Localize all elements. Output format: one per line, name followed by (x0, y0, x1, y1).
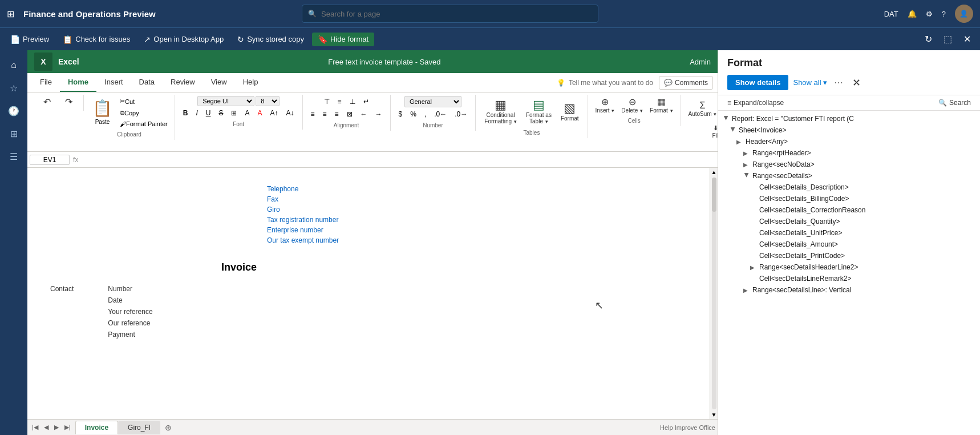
scroll-thumb[interactable] (712, 178, 716, 212)
scroll-down-button[interactable]: ▼ (710, 410, 718, 419)
expand-collapse-button[interactable]: ≡ Expand/collapse (727, 99, 784, 107)
tree-range-detailsline[interactable]: ▶ Range<secDetailsLine>: Vertical (718, 284, 980, 296)
cell-reference-input[interactable] (30, 155, 70, 165)
tab-file[interactable]: File (32, 73, 60, 92)
tree-cell-correctionreason[interactable]: Cell<secDetails_CorrectionReason (718, 204, 980, 216)
tree-range-secdetails[interactable]: ▶ Range<secDetails> (718, 170, 980, 182)
sidebar-recent-icon[interactable]: 🕐 (3, 100, 24, 121)
preview-button[interactable]: 📄 Preview (5, 33, 55, 46)
tree-cell-quantity[interactable]: Cell<secDetails_Quantity> (718, 216, 980, 227)
align-center-button[interactable]: ≡ (319, 108, 330, 120)
increase-decimal-button[interactable]: .0→ (451, 108, 471, 120)
currency-button[interactable]: $ (395, 108, 406, 120)
bell-icon[interactable]: 🔔 (908, 10, 917, 18)
insert-cells-button[interactable]: ⊕ Insert ▾ (593, 96, 618, 115)
comma-button[interactable]: , (421, 108, 430, 120)
search-input[interactable] (321, 10, 592, 18)
sidebar-star-icon[interactable]: ☆ (3, 78, 24, 98)
tree-cell-lineremark2[interactable]: Cell<secDetailsLineRemark2> (718, 273, 980, 284)
format-cells-button[interactable]: ▦ Format ▾ (647, 96, 675, 115)
scroll-up-button[interactable]: ▲ (710, 168, 718, 176)
align-left-button[interactable]: ≡ (307, 108, 318, 120)
tree-cell-unitprice[interactable]: Cell<secDetails_UnitPrice> (718, 227, 980, 239)
cut-button[interactable]: ✂ Cut (118, 96, 170, 107)
giro-link[interactable]: Giro (267, 206, 695, 214)
tab-help[interactable]: Help (235, 73, 266, 92)
tab-view[interactable]: View (203, 73, 235, 92)
sidebar-modules-icon[interactable]: ⊞ (3, 123, 24, 144)
tree-cell-amount[interactable]: Cell<secDetails_Amount> (718, 239, 980, 250)
refresh-button[interactable]: ↻ (920, 31, 937, 47)
sidebar-home-icon[interactable]: ⌂ (3, 55, 24, 75)
tab-home[interactable]: Home (60, 73, 96, 92)
enterprise-link[interactable]: Enterprise number (267, 226, 695, 234)
grid-icon[interactable]: ⊞ (7, 9, 14, 19)
tree-range-headerline2[interactable]: ▶ Range<secDetailsHeaderLine2> (718, 261, 980, 273)
border-button[interactable]: ⊞ (228, 107, 240, 119)
undo-button[interactable]: ↶ (37, 96, 57, 108)
tab-prev-button[interactable]: ◀ (42, 422, 51, 432)
fill-color-button[interactable]: A (241, 107, 253, 119)
tree-cell-printcode[interactable]: Cell<secDetails_PrintCode> (718, 250, 980, 261)
delete-cells-button[interactable]: ⊖ Delete ▾ (618, 96, 646, 115)
sidebar-list-icon[interactable]: ☰ (3, 146, 24, 167)
percent-button[interactable]: % (407, 108, 420, 120)
sheet-tab-giro-fi[interactable]: Giro_FI (118, 421, 160, 434)
tree-header-any[interactable]: ▶ Header<Any> (718, 136, 980, 147)
tree-root[interactable]: ▶ Report: Excel = "Customer FTI report (… (718, 113, 980, 124)
tree-range-rptheader[interactable]: ▶ Range<rptHeader> (718, 147, 980, 159)
search-bar[interactable]: 🔍 (302, 5, 598, 23)
close-panel-button[interactable]: ✕ (959, 31, 975, 47)
tree-cell-description[interactable]: Cell<secDetails_Description> (718, 182, 980, 193)
redo-button[interactable]: ↷ (58, 96, 79, 108)
indent-increase-button[interactable]: → (372, 108, 386, 120)
formula-input[interactable] (82, 156, 715, 164)
show-all-button[interactable]: Show all ▾ (793, 78, 827, 87)
fill-button[interactable]: ⬇ Fill (706, 123, 718, 140)
merge-center-button[interactable]: ⊠ (343, 108, 356, 120)
settings-icon[interactable]: ⚙ (926, 10, 933, 18)
align-right-button[interactable]: ≡ (331, 108, 342, 120)
decrease-font-button[interactable]: A↓ (283, 107, 298, 119)
cell-styles-button[interactable]: ▧ Format (557, 99, 583, 124)
indent-decrease-button[interactable]: ← (357, 108, 371, 120)
search-format-button[interactable]: 🔍 Search (938, 99, 971, 107)
italic-button[interactable]: I (192, 107, 201, 119)
tab-last-button[interactable]: ▶| (62, 422, 73, 432)
more-options-button[interactable]: ⋯ (832, 77, 845, 88)
open-desktop-button[interactable]: ↗ Open in Desktop App (138, 33, 229, 46)
tax-reg-link[interactable]: Tax registration number (267, 216, 695, 224)
sync-copy-button[interactable]: ↻ Sync stored copy (232, 33, 310, 46)
tab-data[interactable]: Data (131, 73, 163, 92)
align-bottom-button[interactable]: ⊥ (346, 96, 359, 107)
tree-range-secnodata[interactable]: ▶ Range<secNoData> (718, 159, 980, 170)
align-middle-button[interactable]: ≡ (334, 96, 345, 107)
sheet-tab-invoice[interactable]: Invoice (75, 421, 118, 434)
comments-button[interactable]: 💬 Comments (659, 76, 713, 90)
copy-button[interactable]: ⧉ Copy (118, 107, 170, 118)
telephone-link[interactable]: Telephone (267, 185, 695, 193)
tell-me-search[interactable]: 💡 Tell me what you want to do (551, 76, 659, 89)
avatar[interactable]: 👤 (955, 5, 973, 23)
increase-font-button[interactable]: A↑ (266, 107, 281, 119)
help-icon[interactable]: ? (942, 10, 946, 18)
vertical-scrollbar[interactable]: ▲ ▼ (710, 168, 718, 419)
show-details-button[interactable]: Show details (727, 75, 788, 90)
tab-review[interactable]: Review (163, 73, 203, 92)
align-top-button[interactable]: ⊤ (321, 96, 333, 107)
wrap-text-button[interactable]: ↵ (360, 96, 372, 107)
bold-button[interactable]: B (180, 107, 192, 119)
number-format-select[interactable]: General (404, 96, 461, 107)
scroll-track[interactable] (712, 178, 716, 409)
decrease-decimal-button[interactable]: .0← (431, 108, 450, 120)
font-name-select[interactable]: Segoe UI (197, 96, 254, 106)
conditional-formatting-button[interactable]: ▦ ConditionalFormatting ▾ (480, 96, 521, 127)
hide-format-button[interactable]: 🔖 Hide format (312, 33, 374, 46)
font-color-button[interactable]: A (254, 107, 265, 119)
format-as-table-button[interactable]: ▤ Format asTable ▾ (522, 96, 556, 127)
format-painter-button[interactable]: 🖌 Format Painter (118, 119, 170, 129)
font-size-select[interactable]: 8 (256, 96, 280, 106)
popout-button[interactable]: ⬚ (939, 31, 957, 47)
tree-cell-billingcode[interactable]: Cell<secDetails_BillingCode> (718, 193, 980, 204)
check-issues-button[interactable]: 📋 Check for issues (57, 33, 136, 46)
